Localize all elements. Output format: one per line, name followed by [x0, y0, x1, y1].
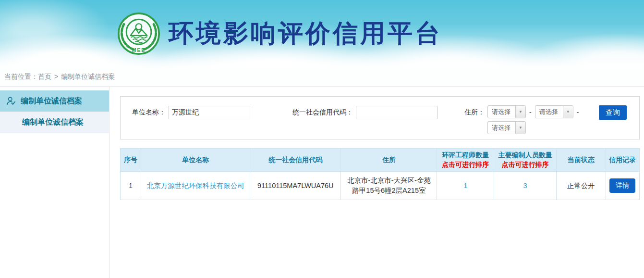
sidebar-item-credit-archive[interactable]: 编制单位诚信档案	[0, 90, 109, 112]
main-content: 单位名称： 统一社会信用代码： 住所： 请选择 ▼ -	[109, 87, 644, 278]
header-address: 住所	[341, 149, 437, 172]
table-head: 序号 单位名称 统一社会信用代码 住所 环评工程师数量 点击可进行排序 主要编制…	[121, 149, 640, 172]
header-credit-record: 信用记录	[606, 149, 639, 172]
table-row: 1 北京万源世纪环保科技有限公司 91110115MA7LWUA76U 北京市-…	[121, 172, 640, 200]
user-check-icon	[6, 96, 16, 106]
address-dash: -	[577, 108, 579, 116]
address-row-2: 请选择 ▼	[487, 121, 579, 134]
cell-address: 北京市-北京市-大兴区-金苑路甲15号6幢2层A215室	[341, 172, 437, 200]
district-select-value: 请选择	[488, 122, 515, 134]
address-field: 住所： 请选择 ▼ - 请选择 ▼ -	[464, 105, 579, 120]
sidebar: 编制单位诚信档案 编制单位诚信档案	[0, 87, 109, 278]
sidebar-subitem-label: 编制单位诚信档案	[22, 117, 84, 127]
search-panel: 单位名称： 统一社会信用代码： 住所： 请选择 ▼ -	[120, 96, 640, 139]
staff-sort-hint[interactable]: 点击可进行排序	[495, 160, 555, 170]
chevron-down-icon[interactable]: ▼	[563, 106, 573, 118]
city-select-value: 请选择	[535, 106, 563, 118]
header-company: 单位名称	[141, 149, 250, 172]
chevron-down-icon[interactable]: ▼	[515, 122, 525, 134]
header-staff-count-sortable[interactable]: 主要编制人员数量 点击可进行排序	[494, 149, 557, 172]
credit-code-input[interactable]	[356, 106, 437, 119]
header-status: 当前状态	[557, 149, 606, 172]
company-name-label: 单位名称：	[132, 108, 166, 117]
header-credit-code: 统一社会信用代码	[250, 149, 341, 172]
province-select-value: 请选择	[488, 106, 515, 118]
breadcrumb-label: 当前位置：	[4, 73, 38, 80]
results-table: 序号 单位名称 统一社会信用代码 住所 环评工程师数量 点击可进行排序 主要编制…	[120, 148, 640, 200]
address-selects: 请选择 ▼ - 请选择 ▼ - 请选择 ▼	[487, 105, 579, 134]
district-select[interactable]: 请选择 ▼	[487, 121, 526, 134]
engineer-count-link[interactable]: 1	[463, 182, 467, 190]
breadcrumb-separator: >	[54, 73, 58, 80]
header-inner: MEE 环境影响评价信用平台	[0, 0, 644, 67]
header-staff-count-label: 主要编制人员数量	[498, 151, 552, 159]
company-link[interactable]: 北京万源世纪环保科技有限公司	[147, 182, 244, 190]
address-row-1: 请选择 ▼ - 请选择 ▼ -	[487, 105, 579, 118]
chevron-down-icon[interactable]: ▼	[515, 106, 525, 118]
table-body: 1 北京万源世纪环保科技有限公司 91110115MA7LWUA76U 北京市-…	[121, 172, 640, 200]
sidebar-subitem-credit-archive[interactable]: 编制单位诚信档案	[0, 112, 109, 133]
city-select[interactable]: 请选择 ▼	[535, 105, 573, 118]
address-dash: -	[529, 108, 532, 116]
breadcrumb: 当前位置：首页>编制单位诚信档案	[0, 67, 644, 87]
cell-index: 1	[121, 172, 141, 200]
staff-count-link[interactable]: 3	[523, 182, 527, 190]
breadcrumb-home-link[interactable]: 首页	[38, 73, 51, 80]
engineer-sort-hint[interactable]: 点击可进行排序	[438, 160, 493, 170]
cell-credit-code: 91110115MA7LWUA76U	[250, 172, 341, 200]
query-button[interactable]: 查询	[599, 105, 627, 120]
address-label: 住所：	[464, 105, 485, 119]
site-header: MEE 环境影响评价信用平台	[0, 0, 644, 67]
sidebar-item-label: 编制单位诚信档案	[21, 96, 82, 106]
breadcrumb-current: 编制单位诚信档案	[61, 73, 115, 80]
content-layout: 编制单位诚信档案 编制单位诚信档案 单位名称： 统一社会信用代码： 住所： 请选…	[0, 87, 644, 278]
detail-button[interactable]: 详情	[609, 178, 635, 193]
table-header-row: 序号 单位名称 统一社会信用代码 住所 环评工程师数量 点击可进行排序 主要编制…	[121, 149, 640, 172]
header-engineer-count-sortable[interactable]: 环评工程师数量 点击可进行排序	[437, 149, 494, 172]
header-index: 序号	[121, 149, 141, 172]
mee-logo-icon: MEE	[117, 12, 161, 56]
logo-text: MEE	[132, 47, 146, 53]
credit-code-field: 统一社会信用代码：	[292, 105, 437, 120]
cell-status: 正常公开	[557, 172, 606, 200]
page-title: 环境影响评价信用平台	[169, 17, 442, 51]
company-name-field: 单位名称：	[132, 105, 250, 120]
header-engineer-count-label: 环评工程师数量	[442, 151, 489, 159]
company-name-input[interactable]	[169, 106, 250, 119]
province-select[interactable]: 请选择 ▼	[487, 105, 526, 118]
credit-code-label: 统一社会信用代码：	[292, 108, 353, 117]
